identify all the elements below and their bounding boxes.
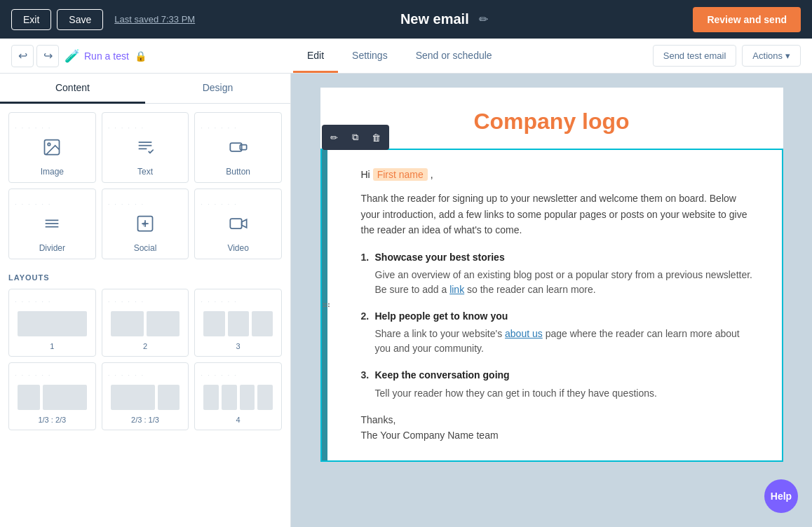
text-icon [135,137,155,161]
layout-3-label: 3 [236,342,241,350]
email-logo-section: Company logo [320,88,783,149]
email-signoff: Thanks, [361,412,754,427]
layout-3[interactable]: · · · · · · 3 [194,289,282,357]
block-text-label: Text [137,167,153,177]
layout-2-3-1-3-preview [108,385,183,410]
actions-label: Actions [752,50,783,61]
divider-icon [42,214,62,238]
block-social-label: Social [134,243,157,253]
social-icon: # [135,214,155,238]
layout-dots: · · · · · · [201,371,238,379]
header-right: Review and send [693,7,801,32]
list-item-3-title: Keep the conversation going [375,367,754,383]
email-company-name: The Your Company Name team [361,427,754,443]
layout-dots: · · · · · · [108,371,145,379]
edit-title-icon[interactable]: ✏ [479,13,488,26]
layout-col [228,311,249,336]
header-left: Exit Save Last saved 7:33 PM [11,9,195,30]
block-dots: · · · · · · [15,124,52,132]
layout-dots: · · · · · · [108,298,145,306]
subheader-left: ↩ ↪ 🧪 Run a test 🔒 [11,45,147,67]
email-intro: Thank the reader for signing up to your … [361,191,754,238]
header-center: New email ✏ [400,11,488,27]
layout-1-3-2-3[interactable]: · · · · · · 1/3 : 2/3 [8,362,96,430]
layout-2-3-1-3[interactable]: · · · · · · 2/3 : 1/3 [102,362,189,430]
chevron-down-icon: ▾ [785,50,790,61]
list-item-2-link[interactable]: about us [505,328,543,339]
list-item-1-link[interactable]: link [449,284,464,295]
list-item-2-title: Help people get to know you [375,308,754,324]
list-item-3-desc: Tell your reader how they can get in tou… [375,386,754,401]
list-item-3: Keep the conversation going Tell your re… [361,367,754,400]
toolbar-copy-button[interactable]: ⧉ [346,128,365,147]
list-item-2: Help people get to know you Share a link… [361,308,754,356]
block-video[interactable]: · · · · · · Video [194,189,282,259]
review-send-button[interactable]: Review and send [693,7,801,32]
block-button-label: Button [226,167,250,177]
block-dots: · · · · · · [201,124,238,132]
button-icon [229,137,248,161]
toolbar-delete-button[interactable]: 🗑 [367,128,386,147]
svg-text:#: # [142,221,147,228]
sidebar-tabs: Content Design [0,74,290,104]
block-dots: · · · · · · [108,200,145,208]
drag-handle[interactable]: ⠿ [320,302,330,308]
lock-icon: 🔒 [135,50,147,62]
top-header: Exit Save Last saved 7:33 PM New email ✏… [0,0,812,39]
layout-1-3-2-3-label: 1/3 : 2/3 [38,416,66,424]
email-preview-area: Company logo ✏ ⧉ 🗑 ⠿ Hi [291,74,812,527]
block-image[interactable]: · · · · · · Image [8,112,96,183]
greeting-suffix: , [431,169,433,180]
tab-send-schedule[interactable]: Send or schedule [402,40,506,73]
block-social[interactable]: · · · · · · # Social [102,189,189,259]
layout-dots: · · · · · · [201,298,238,306]
sidebar-tab-content[interactable]: Content [0,74,145,104]
block-divider[interactable]: · · · · · · Divider [8,189,96,259]
layout-col [111,311,144,336]
save-button[interactable]: Save [57,9,103,30]
layout-1[interactable]: · · · · · · 1 [8,289,96,357]
run-test-button[interactable]: 🧪 Run a test [65,48,129,64]
redo-button[interactable]: ↪ [36,45,59,67]
send-test-email-button[interactable]: Send test email [653,45,737,67]
layout-col [147,311,180,336]
layout-3-preview [201,311,276,336]
tab-edit[interactable]: Edit [293,40,338,73]
layout-col [203,385,219,410]
block-button[interactable]: · · · · · · Button [194,112,282,183]
block-dots: · · · · · · [108,124,145,132]
layout-1-preview [15,311,90,336]
list-item-1-desc-suffix: so the reader can learn more. [464,284,596,295]
svg-rect-12 [230,219,241,228]
email-footer: Thanks, The Your Company Name team [361,412,754,444]
layout-4-preview [201,385,276,410]
layout-2-3-1-3-label: 2/3 : 1/3 [131,416,159,424]
toolbar-edit-button[interactable]: ✏ [325,128,344,147]
layout-col [111,385,155,410]
layout-4-label: 4 [236,416,241,424]
layout-2[interactable]: · · · · · · 2 [102,289,189,357]
svg-point-1 [48,143,50,146]
tab-settings[interactable]: Settings [338,40,402,73]
email-body-wrapper: ⠿ Hi First name , Thank the reader for s… [322,150,782,460]
layout-col [240,385,255,410]
company-logo-text: Company logo [473,109,629,134]
run-test-icon: 🧪 [65,48,80,64]
sidebar-tab-design[interactable]: Design [145,74,290,104]
undo-button[interactable]: ↩ [11,45,34,67]
email-body: Hi First name , Thank the reader for sig… [322,150,782,460]
layout-dots: · · · · · · [15,371,52,379]
help-button[interactable]: Help [764,479,798,513]
list-item-1: Showcase your best stories Give an overv… [361,249,754,297]
block-text[interactable]: · · · · · · Text [102,112,189,183]
block-video-label: Video [227,243,248,253]
layout-4[interactable]: · · · · · · 4 [194,362,282,430]
exit-button[interactable]: Exit [11,9,51,30]
block-dots: · · · · · · [15,200,52,208]
block-divider-label: Divider [39,243,65,253]
layout-col [222,385,237,410]
actions-button[interactable]: Actions ▾ [742,45,801,67]
layouts-title: LAYOUTS [8,273,282,282]
sidebar-content: · · · · · · Image · · · · · · Text · [0,104,290,439]
email-container: Company logo ✏ ⧉ 🗑 ⠿ Hi [320,88,783,462]
